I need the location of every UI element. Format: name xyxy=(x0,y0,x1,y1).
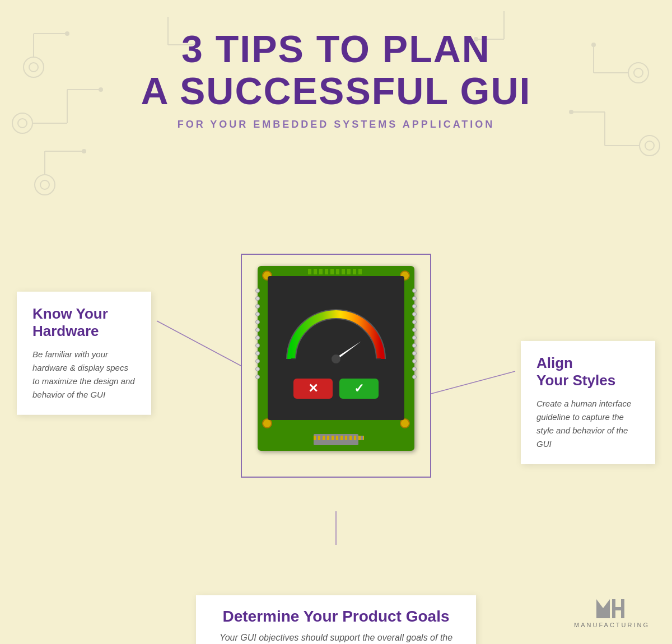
tip3-box: Determine Your Product Goals Your GUI ob… xyxy=(196,595,476,644)
tip2-title: AlignYour Styles xyxy=(536,354,640,389)
logo-text: MANUFACTURING xyxy=(574,622,650,628)
svg-line-34 xyxy=(431,371,515,394)
gauge xyxy=(280,297,392,370)
tip2-description: Create a human interface guideline to ca… xyxy=(536,397,640,451)
tip1-title: Know YourHardware xyxy=(32,305,136,339)
page-header: 3 TIPS TO PLAN A SUCCESSFUL GUI FOR YOUR… xyxy=(0,0,672,130)
subtitle: FOR YOUR EMBEDDED SYSTEMS APPLICATION xyxy=(0,119,672,130)
svg-marker-45 xyxy=(596,599,610,618)
pcb-container: ✕ ✓ xyxy=(241,254,431,478)
mh-logo-icon xyxy=(595,597,629,619)
tip1-description: Be familiar with your hardware & display… xyxy=(32,348,136,402)
main-title: 3 TIPS TO PLAN A SUCCESSFUL GUI xyxy=(0,28,672,112)
red-button[interactable]: ✕ xyxy=(293,379,333,399)
tip3-description: Your GUI objectives should support the o… xyxy=(218,631,454,644)
green-button[interactable]: ✓ xyxy=(339,379,379,399)
pcb-screen: ✕ ✓ xyxy=(268,276,404,420)
pcb-pins-left xyxy=(255,288,260,379)
tip2-box: AlignYour Styles Create a human interfac… xyxy=(521,341,655,464)
bottom-section: Determine Your Product Goals Your GUI ob… xyxy=(0,584,672,644)
pcb-board: ✕ ✓ xyxy=(258,266,414,451)
tip1-box: Know YourHardware Be familiar with your … xyxy=(17,291,151,414)
content-area: Know YourHardware Be familiar with your … xyxy=(0,147,672,584)
buttons-row: ✕ ✓ xyxy=(293,379,379,399)
svg-point-44 xyxy=(332,354,340,363)
tip3-title: Determine Your Product Goals xyxy=(218,608,454,626)
svg-rect-48 xyxy=(621,599,624,618)
svg-line-33 xyxy=(157,321,241,366)
logo-area: MANUFACTURING xyxy=(574,597,650,628)
pcb-connector xyxy=(314,434,358,445)
pcb-pins-right xyxy=(412,288,417,379)
